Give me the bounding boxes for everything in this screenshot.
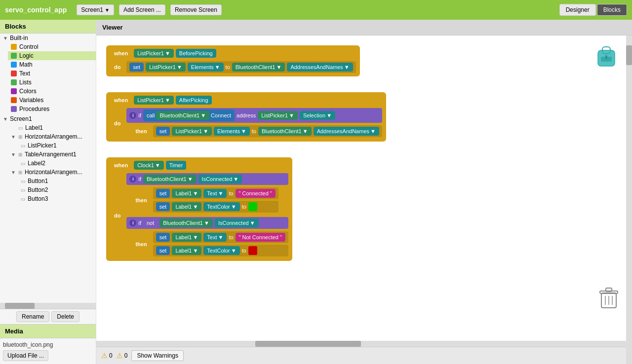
block3-set4-block[interactable]: set Label1 ▼ TextColor ▼ to xyxy=(153,245,288,256)
block2-addr-comp[interactable]: ListPicker1 ▼ xyxy=(258,111,298,120)
block3-then2-row: then set Label1 ▼ Text ▼ to xyxy=(131,231,288,256)
block3-not-pill[interactable]: not xyxy=(143,218,158,227)
sidebar-item-variables[interactable]: Variables xyxy=(8,96,96,105)
text-dot xyxy=(11,71,17,76)
app-title: servo_control_app xyxy=(5,6,67,14)
sidebar-item-listpicker1[interactable]: ▭ ListPicker1 xyxy=(18,141,96,150)
block3-set3-prop[interactable]: Text ▼ xyxy=(203,233,227,242)
sidebar-item-control[interactable]: Control xyxy=(8,42,96,51)
block2-call-block[interactable]: call BluetoothClient1 ▼ Connect xyxy=(143,109,235,121)
delete-button[interactable]: Delete xyxy=(51,311,79,322)
sidebar-item-math[interactable]: Math xyxy=(8,60,96,69)
colors-dot xyxy=(11,88,17,94)
logic-label: Logic xyxy=(19,52,34,59)
screen1-header[interactable]: ▼ Screen1 xyxy=(0,114,96,123)
block3-isconn1-pill[interactable]: IsConnected ▼ xyxy=(198,175,242,183)
block3-set2-prop[interactable]: TextColor ▼ xyxy=(203,202,239,211)
block3-set2-comp[interactable]: Label1 ▼ xyxy=(172,202,201,211)
block1-set-prop[interactable]: Elements ▼ xyxy=(188,63,224,72)
sidebar-item-button1[interactable]: ▭ Button1 xyxy=(18,177,96,185)
sidebar-item-logic[interactable]: Logic xyxy=(8,51,96,60)
designer-button[interactable]: Designer xyxy=(559,4,596,16)
block2-src-comp[interactable]: BluetoothClient1 ▼ xyxy=(258,127,312,136)
sidebar-horizontal-scrollbar[interactable] xyxy=(0,303,96,309)
block2-then-label: then xyxy=(131,127,151,136)
block3-set1-block[interactable]: set Label1 ▼ Text ▼ to " Connected " xyxy=(153,187,278,199)
block2-if-block[interactable]: i if call BluetoothClient1 ▼ Connect xyxy=(126,108,382,123)
sidebar-item-colors[interactable]: Colors xyxy=(8,87,96,96)
block3-set3-block[interactable]: set Label1 ▼ Text ▼ to " Not Connected " xyxy=(153,231,288,243)
when-listpicker1-beforepicking-block[interactable]: when ListPicker1 ▼ BeforePicking do set xyxy=(106,45,360,76)
math-label: Math xyxy=(19,61,33,68)
sidebar-item-button3[interactable]: ▭ Button3 xyxy=(18,194,96,203)
block3-client2-pill[interactable]: BluetoothClient1 ▼ xyxy=(159,218,213,227)
block2-then-set-block[interactable]: set ListPicker1 ▼ Elements ▼ to Bluetoot… xyxy=(153,125,382,137)
sidebar-item-lists[interactable]: Lists xyxy=(8,78,96,87)
remove-screen-button[interactable]: Remove Screen xyxy=(170,4,222,15)
block3-set3-comp[interactable]: Label1 ▼ xyxy=(172,233,201,242)
block2-client-pill[interactable]: BluetoothClient1 ▼ xyxy=(156,111,209,120)
block2-event-pill[interactable]: AfterPicking xyxy=(176,96,212,105)
when-listpicker1-afterpicking-block[interactable]: when ListPicker1 ▼ AfterPicking do xyxy=(106,92,386,142)
red-color-swatch[interactable] xyxy=(248,246,257,255)
harr2-expand: ▼ xyxy=(11,170,16,175)
block3-notconnected-string[interactable]: " Not Connected " xyxy=(236,233,285,242)
screen-selector[interactable]: Screen1 ▼ xyxy=(77,4,114,15)
add-screen-button[interactable]: Add Screen ... xyxy=(119,4,165,15)
when-clock1-timer-block[interactable]: when Clock1 ▼ Timer do xyxy=(106,157,292,261)
sidebar-item-harr1[interactable]: ▼ ⊞ HorizontalArrangem... xyxy=(8,132,96,141)
warning-item-2: ⚠ 0 xyxy=(117,352,128,360)
blocks-panel: Blocks ▼ Built-in Control xyxy=(0,20,96,324)
rename-button[interactable]: Rename xyxy=(16,311,49,322)
block3-event-pill[interactable]: Timer xyxy=(166,161,187,170)
block3-do-row: do i if BluetoothClient1 ▼ IsConnect xyxy=(110,173,288,257)
procedures-label: Procedures xyxy=(19,106,49,112)
sidebar-item-harr2[interactable]: ▼ ⊞ HorizontalArrangem... xyxy=(8,168,96,177)
sidebar-item-text[interactable]: Text xyxy=(8,69,96,78)
viewer-hscroll-thumb[interactable] xyxy=(255,341,361,347)
builtin-children: Control Logic Math xyxy=(0,42,96,113)
sidebar-item-label2[interactable]: ▭ Label2 xyxy=(18,159,96,168)
block1-source-prop[interactable]: AddressesAndNames ▼ xyxy=(287,63,353,72)
sidebar-item-button2[interactable]: ▭ Button2 xyxy=(18,185,96,194)
block2-src-prop[interactable]: AddressesAndNames ▼ xyxy=(314,127,379,136)
block2-set-prop[interactable]: Elements ▼ xyxy=(214,127,250,136)
block2-component-pill[interactable]: ListPicker1 ▼ xyxy=(134,96,174,105)
block2-addr-prop[interactable]: Selection ▼ xyxy=(300,111,335,120)
sidebar-item-label1[interactable]: ▭ Label1 xyxy=(8,123,96,132)
sidebar-item-tablearr1[interactable]: ▼ ⊞ TableArrangement1 xyxy=(8,150,96,159)
block1-event-pill[interactable]: BeforePicking xyxy=(176,49,216,58)
block3-set4-prop[interactable]: TextColor ▼ xyxy=(203,246,239,255)
control-label: Control xyxy=(19,43,39,50)
block2-set-comp[interactable]: ListPicker1 ▼ xyxy=(172,127,212,136)
block-group-1: when ListPicker1 ▼ BeforePicking do set xyxy=(106,45,616,84)
block1-do-label: do xyxy=(110,63,124,72)
sidebar-hscroll-thumb[interactable] xyxy=(5,303,35,309)
block1-set-comp[interactable]: ListPicker1 ▼ xyxy=(146,63,186,72)
block3-isconn2-pill[interactable]: IsConnected ▼ xyxy=(215,218,259,227)
block3-client1-pill[interactable]: BluetoothClient1 ▼ xyxy=(143,175,197,183)
block3-set1-prop[interactable]: Text ▼ xyxy=(203,189,227,198)
media-panel: Media bluetooth_icon.png Upload File ... xyxy=(0,324,96,364)
builtin-header[interactable]: ▼ Built-in xyxy=(0,34,96,42)
block3-connected-string[interactable]: " Connected " xyxy=(236,189,276,198)
block3-if2-block[interactable]: i if not BluetoothClient1 ▼ IsConnected … xyxy=(126,217,288,229)
block3-set2-block[interactable]: set Label1 ▼ TextColor ▼ to xyxy=(153,201,278,213)
viewer-horizontal-scrollbar[interactable] xyxy=(96,341,626,347)
blocks-button[interactable]: Blocks xyxy=(597,4,627,16)
sidebar-item-procedures[interactable]: Procedures xyxy=(8,105,96,113)
block3-component-pill[interactable]: Clock1 ▼ xyxy=(134,161,164,170)
block3-set1-comp[interactable]: Label1 ▼ xyxy=(172,189,201,198)
green-color-swatch[interactable] xyxy=(248,202,257,211)
block1-set-block[interactable]: set ListPicker1 ▼ Elements ▼ to Bluetoot… xyxy=(126,61,356,73)
block3-if1-block[interactable]: i if BluetoothClient1 ▼ IsConnected ▼ xyxy=(126,173,288,185)
trash-icon[interactable] xyxy=(599,287,619,312)
block1-component-pill[interactable]: ListPicker1 ▼ xyxy=(134,49,174,58)
upload-file-button[interactable]: Upload File ... xyxy=(3,350,48,361)
block3-set4-comp[interactable]: Label1 ▼ xyxy=(172,246,201,255)
show-warnings-button[interactable]: Show Warnings xyxy=(131,350,184,361)
viewer-vertical-scrollbar[interactable] xyxy=(626,36,632,364)
viewer-vscroll-thumb[interactable] xyxy=(626,45,632,65)
block1-source-comp[interactable]: BluetoothClient1 ▼ xyxy=(232,63,285,72)
canvas-scroll[interactable]: when ListPicker1 ▼ BeforePicking do set xyxy=(96,36,626,341)
